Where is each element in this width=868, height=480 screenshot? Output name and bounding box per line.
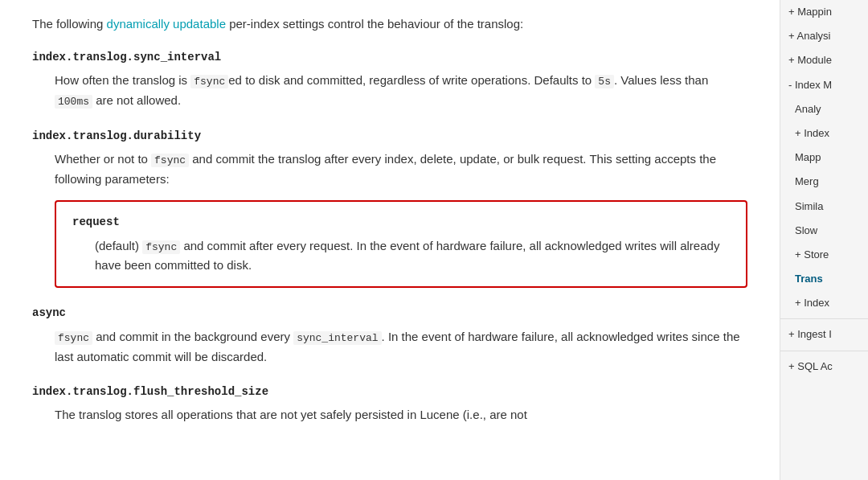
intro-text-before: The following xyxy=(32,17,107,31)
sidebar: Mappin Analysi Module Index M Analy Inde… xyxy=(780,0,868,480)
code-fsync4: fsync xyxy=(55,331,92,345)
code-sync-interval: sync_interval xyxy=(293,331,381,345)
intro-text-after: per-index settings control the behaviour… xyxy=(226,17,523,31)
sidebar-divider1 xyxy=(780,318,868,319)
code-fsync1: fsync xyxy=(190,75,228,88)
param-desc-request: (default) fsync and commit after every r… xyxy=(95,236,730,276)
setting-name-async: async xyxy=(32,304,747,322)
sidebar-item-sql[interactable]: SQL Ac xyxy=(780,355,868,379)
setting-durability: index.translog.durability Whether or not… xyxy=(32,127,747,288)
setting-async: async fsync and commit in the background… xyxy=(32,304,747,366)
setting-desc-sync-interval: How often the translog is fsynced to dis… xyxy=(55,71,747,111)
sidebar-item-merge-sub[interactable]: Merg xyxy=(780,170,868,194)
sidebar-item-analysis[interactable]: Analysi xyxy=(780,24,868,48)
sidebar-item-index-modules[interactable]: Index M xyxy=(780,73,868,97)
sidebar-item-similarity-sub[interactable]: Simila xyxy=(780,195,868,219)
sidebar-item-mapping[interactable]: Mappin xyxy=(780,0,868,24)
code-fsync2: fsync xyxy=(151,154,189,167)
setting-sync-interval: index.translog.sync_interval How often t… xyxy=(32,48,747,111)
setting-flush-threshold: index.translog.flush_threshold_size The … xyxy=(32,383,747,425)
main-content: The following dynamically updatable per-… xyxy=(0,0,780,480)
sidebar-item-store-sub[interactable]: Store xyxy=(780,243,868,267)
code-fsync3: fsync xyxy=(142,240,180,254)
sidebar-item-analysis-sub[interactable]: Analy xyxy=(780,97,868,121)
sidebar-item-mapping-sub[interactable]: Mapp xyxy=(780,146,868,170)
setting-desc-flush-threshold: The translog stores all operations that … xyxy=(55,405,747,425)
code-100ms: 100ms xyxy=(55,95,92,109)
setting-name-sync-interval: index.translog.sync_interval xyxy=(32,48,747,66)
sidebar-item-translog-sub[interactable]: Trans xyxy=(780,267,868,291)
setting-name-flush-threshold: index.translog.flush_threshold_size xyxy=(32,383,747,400)
sidebar-item-index-sub[interactable]: Index xyxy=(780,121,868,146)
setting-name-durability: index.translog.durability xyxy=(32,127,747,145)
sidebar-item-modules[interactable]: Module xyxy=(780,48,868,72)
setting-desc-async: fsync and commit in the background every… xyxy=(55,327,747,367)
sidebar-item-ingest[interactable]: Ingest I xyxy=(780,322,868,347)
param-box-request: request (default) fsync and commit after… xyxy=(55,200,747,288)
param-name-request: request xyxy=(72,213,730,231)
setting-desc-durability: Whether or not to fsync and commit the t… xyxy=(55,150,747,189)
intro-paragraph: The following dynamically updatable per-… xyxy=(32,14,747,34)
sidebar-item-index2-sub[interactable]: Index xyxy=(780,291,868,315)
dynamically-updatable-link[interactable]: dynamically updatable xyxy=(107,17,226,31)
param-item-request: request (default) fsync and commit after… xyxy=(72,213,730,275)
sidebar-divider2 xyxy=(780,351,868,351)
sidebar-item-slow-sub[interactable]: Slow xyxy=(780,219,868,243)
code-5s: 5s xyxy=(595,75,614,88)
